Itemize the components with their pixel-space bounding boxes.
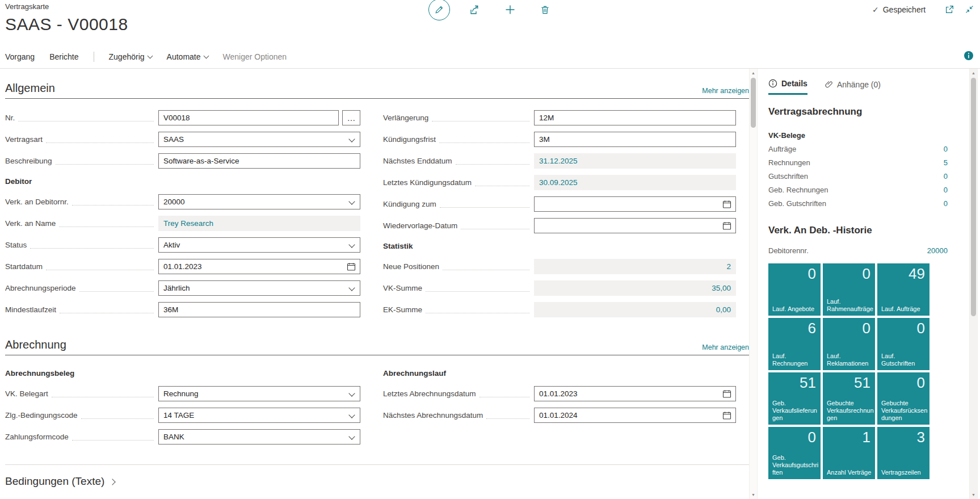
factbox-scrollbar[interactable]: ▲ ▼ xyxy=(969,69,978,499)
menu-weniger-optionen[interactable]: Weniger Optionen xyxy=(223,52,287,61)
abrechnung-mehr-anzeigen-link[interactable]: Mehr anzeigen xyxy=(702,343,749,351)
wiedervorlage-datum-input[interactable] xyxy=(539,221,720,230)
field-label: Wiedervorlage-Datum xyxy=(383,221,457,230)
chevron-down-icon[interactable] xyxy=(348,433,355,439)
tile-geb-verkaufslieferungen[interactable]: 51Geb. Verkaufslieferungen xyxy=(768,372,821,425)
fb-row-value[interactable]: 5 xyxy=(944,158,948,167)
calendar-icon[interactable] xyxy=(347,262,356,271)
neue-positionen-value[interactable]: 2 xyxy=(534,259,736,274)
field-label: Letztes Abrechnungsdatum xyxy=(383,389,476,398)
status-input[interactable] xyxy=(163,241,346,249)
assist-edit-button[interactable]: … xyxy=(342,110,360,125)
fb-row-value[interactable]: 0 xyxy=(944,145,948,153)
collapse-window-button[interactable] xyxy=(965,5,974,14)
calendar-icon[interactable] xyxy=(722,411,731,420)
tile-lauf-auftraege[interactable]: 49Lauf. Aufträge xyxy=(877,263,929,316)
chevron-down-icon[interactable] xyxy=(348,198,355,204)
tile-lauf-rahmenauftraege[interactable]: 0Lauf. Rahmenaufträge xyxy=(823,263,875,316)
tile-anzahl-vertraege[interactable]: 1Anzahl Verträge xyxy=(823,427,875,479)
vertragsart-input[interactable] xyxy=(163,135,346,144)
kuendigung-zum-input[interactable] xyxy=(539,200,720,208)
tile-value: 51 xyxy=(854,374,870,392)
tab-details[interactable]: Details xyxy=(768,79,807,95)
tab-anhaenge[interactable]: Anhänge (0) xyxy=(825,79,881,95)
field-label: EK-Summe xyxy=(383,305,422,314)
chevron-right-icon xyxy=(110,479,116,485)
tile-lauf-reklamationen[interactable]: 0Lauf. Reklamationen xyxy=(823,318,875,370)
naechstes-abrechnungsdatum-input[interactable] xyxy=(539,411,720,420)
section-title-allgemein[interactable]: Allgemein xyxy=(5,82,55,95)
mindestlaufzeit-input[interactable] xyxy=(163,305,355,314)
scrollbar-thumb[interactable] xyxy=(971,78,976,316)
tile-geb-verkaufsgutschriften[interactable]: 0Geb. Verkaufsgutschriften xyxy=(768,427,821,479)
section-title-abrechnung[interactable]: Abrechnung xyxy=(5,338,66,351)
calendar-icon[interactable] xyxy=(722,221,731,230)
tile-gebuchte-verkaufsruecksendungen[interactable]: 0Gebuchte Verkaufsrücksendungen xyxy=(877,372,929,425)
scroll-down-arrow[interactable]: ▼ xyxy=(750,493,757,497)
section-bedingungen-header[interactable]: Bedingungen (Texte) xyxy=(5,464,749,488)
zahlungsformcode-input[interactable] xyxy=(163,433,346,441)
fb-row-label: Aufträge xyxy=(768,145,796,153)
scroll-down-arrow[interactable]: ▼ xyxy=(970,493,977,497)
ek-summe-value[interactable]: 0,00 xyxy=(534,302,736,317)
fb-row-value[interactable]: 0 xyxy=(944,199,948,208)
tile-vertragszeilen[interactable]: 3Vertragszeilen xyxy=(877,427,929,479)
chevron-down-icon[interactable] xyxy=(348,412,355,418)
field-neue-positionen: Neue Positionen 2 xyxy=(383,255,736,277)
nr-input[interactable] xyxy=(163,114,334,122)
chevron-down-icon[interactable] xyxy=(348,136,355,142)
field-verlaengerung: Verlängerung xyxy=(383,107,736,128)
chevron-down-icon[interactable] xyxy=(348,390,355,396)
edit-button[interactable] xyxy=(428,0,450,20)
tile-lauf-angebote[interactable]: 0Lauf. Angebote xyxy=(768,263,821,316)
allgemein-mehr-anzeigen-link[interactable]: Mehr anzeigen xyxy=(702,87,749,95)
naechstes-enddatum-value[interactable]: 31.12.2025 xyxy=(534,153,736,169)
startdatum-input[interactable] xyxy=(163,262,344,271)
menu-automate[interactable]: Automate xyxy=(167,52,208,61)
tile-label: Gebuchte Verkaufsrücksendungen xyxy=(881,400,928,422)
verk-an-name-value[interactable]: Trey Research xyxy=(158,216,360,231)
add-button[interactable] xyxy=(504,4,516,15)
info-button[interactable] xyxy=(964,51,974,61)
tile-label: Geb. Verkaufslieferungen xyxy=(772,400,819,422)
letztes-abrechnungsdatum-input[interactable] xyxy=(539,389,720,398)
zlg-bedingungscode-input[interactable] xyxy=(163,411,346,420)
delete-button[interactable] xyxy=(539,4,550,15)
fb-row-value[interactable]: 0 xyxy=(944,186,948,194)
abrechnungsperiode-input[interactable] xyxy=(163,284,346,292)
section-title-bedingungen[interactable]: Bedingungen (Texte) xyxy=(5,475,104,488)
field-label: Nächstes Enddatum xyxy=(383,157,452,165)
fb-row-value[interactable]: 0 xyxy=(944,172,948,181)
debitornr-input[interactable] xyxy=(163,198,346,206)
menu-vorgang[interactable]: Vorgang xyxy=(5,52,35,61)
field-label: Verk. an Debitornr. xyxy=(5,198,69,206)
vk-belegart-input[interactable] xyxy=(163,389,346,398)
field-vk-summe: VK-Summe 35,00 xyxy=(383,277,736,299)
vk-summe-value[interactable]: 35,00 xyxy=(534,280,736,296)
tile-lauf-rechnungen[interactable]: 6Lauf. Rechnungen xyxy=(768,318,821,370)
share-icon xyxy=(469,4,480,15)
verlaengerung-input[interactable] xyxy=(539,114,731,122)
scroll-up-arrow[interactable]: ▲ xyxy=(970,71,977,75)
main-scrollbar[interactable]: ▲ ▼ xyxy=(749,69,758,499)
beschreibung-input[interactable] xyxy=(163,157,355,165)
scroll-up-arrow[interactable]: ▲ xyxy=(750,71,757,75)
chevron-down-icon[interactable] xyxy=(348,284,355,291)
chevron-down-icon[interactable] xyxy=(348,241,355,248)
factbox-pane: Details Anhänge (0) Vertragsabrechnung V… xyxy=(759,69,969,499)
menu-berichte[interactable]: Berichte xyxy=(49,52,78,61)
letztes-kuendigungsdatum-value[interactable]: 30.09.2025 xyxy=(534,175,736,190)
field-label: VK. Belegart xyxy=(5,389,48,398)
open-in-new-window-button[interactable] xyxy=(944,5,954,15)
tile-gebuchte-verkaufsrechnungen[interactable]: 51Gebuchte Verkaufsrechnungen xyxy=(823,372,875,425)
calendar-icon[interactable] xyxy=(722,200,731,209)
menu-zugehoerig[interactable]: Zugehörig xyxy=(109,52,152,61)
calendar-icon[interactable] xyxy=(722,389,731,399)
scrollbar-thumb[interactable] xyxy=(751,78,756,128)
kuendigungsfrist-input[interactable] xyxy=(539,135,731,144)
share-button[interactable] xyxy=(469,4,480,15)
section-allgemein-header: Allgemein Mehr anzeigen xyxy=(5,82,749,99)
field-status: Status xyxy=(5,234,360,255)
tile-lauf-gutschriften[interactable]: 0Lauf. Gutschriften xyxy=(877,318,929,370)
debitorennr-value[interactable]: 20000 xyxy=(927,246,948,255)
